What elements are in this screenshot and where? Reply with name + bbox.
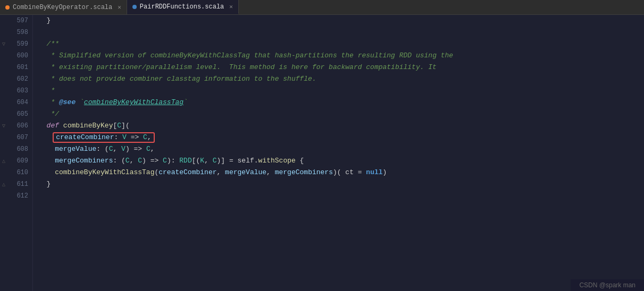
- tab-label-pair: PairRDDFunctions.scala: [140, 3, 224, 11]
- line-number-610: 610: [7, 169, 32, 176]
- code-line-611: }: [38, 178, 644, 190]
- tab-pair-rdd[interactable]: PairRDDFunctions.scala ✕: [127, 0, 239, 14]
- code-line-603: *: [38, 85, 644, 97]
- tab-combine-by-key[interactable]: CombineByKeyOperator.scala ✕: [0, 0, 127, 14]
- line-number-609: 609: [7, 157, 32, 165]
- gutter-row-603: 603: [0, 85, 32, 97]
- line-number-607: 607: [7, 134, 32, 141]
- code-line-605: */: [38, 108, 644, 120]
- gutter-row-598: 598: [0, 27, 32, 38]
- code-line-600: * Simplified version of combineByKeyWith…: [38, 50, 644, 62]
- line-number-606: 606: [7, 122, 32, 130]
- code-line-612: [38, 190, 644, 202]
- code-line-609: mergeCombiners: (C, C) => C): RDD[(K, C)…: [38, 155, 644, 167]
- line-number-603: 603: [7, 87, 32, 95]
- tab-close-combine[interactable]: ✕: [118, 4, 121, 11]
- line-number-599: 599: [7, 40, 32, 48]
- tab-dot-orange: [5, 5, 10, 10]
- line-number-601: 601: [7, 64, 32, 71]
- gutter-row-611: △ 611: [0, 178, 32, 190]
- line-number-598: 598: [7, 29, 32, 36]
- code-line-608: mergeValue: (C, V) => C,: [38, 143, 644, 155]
- line-number-608: 608: [7, 146, 32, 153]
- line-number-602: 602: [7, 75, 32, 83]
- fold-icon-599[interactable]: ▽: [0, 41, 7, 47]
- line-number-611: 611: [7, 181, 32, 188]
- gutter-row-610: 610: [0, 167, 32, 178]
- code-content: } /** * Simplified version of combineByK…: [33, 15, 644, 291]
- code-line-607: createCombiner: V => C,: [38, 132, 644, 143]
- highlight-box-607: createCombiner: V => C,: [53, 132, 154, 143]
- gutter-row-600: 600: [0, 50, 32, 62]
- tab-close-pair[interactable]: ✕: [229, 3, 233, 10]
- line-numbers-gutter: 597 598 ▽ 599 600 601 602 603 604: [0, 15, 33, 291]
- watermark-text: CSDN @spark man: [579, 281, 635, 289]
- editor-area: 597 598 ▽ 599 600 601 602 603 604: [0, 15, 644, 291]
- gutter-row-599: ▽ 599: [0, 38, 32, 50]
- line-number-604: 604: [7, 99, 32, 106]
- code-line-602: * does not provide combiner classtag inf…: [38, 73, 644, 85]
- gutter-row-612: 612: [0, 190, 32, 202]
- code-line-610: combineByKeyWithClassTag(createCombiner,…: [38, 167, 644, 178]
- code-line-599: /**: [38, 38, 644, 50]
- fold-icon-606[interactable]: ▽: [0, 123, 7, 129]
- tab-label-combine: CombineByKeyOperator.scala: [13, 4, 112, 11]
- gutter-row-601: 601: [0, 62, 32, 73]
- line-number-600: 600: [7, 52, 32, 59]
- fold-icon-609[interactable]: △: [0, 158, 7, 164]
- gutter-row-605: 605: [0, 108, 32, 120]
- gutter-row-607: 607: [0, 132, 32, 143]
- tab-dot-blue: [132, 5, 137, 9]
- line-number-612: 612: [7, 192, 32, 200]
- gutter-row-602: 602: [0, 73, 32, 85]
- fold-icon-611[interactable]: △: [0, 181, 7, 187]
- code-line-601: * existing partitioner/parallelism level…: [38, 62, 644, 73]
- tab-bar: CombineByKeyOperator.scala ✕ PairRDDFunc…: [0, 0, 644, 15]
- gutter-row-597: 597: [0, 15, 32, 27]
- code-line-597: }: [38, 15, 644, 27]
- line-number-605: 605: [7, 110, 32, 118]
- gutter-row-604: 604: [0, 97, 32, 108]
- line-number-597: 597: [7, 17, 32, 24]
- code-line-606: def combineByKey[C](: [38, 120, 644, 132]
- gutter-row-609: △ 609: [0, 155, 32, 167]
- watermark: CSDN @spark man: [571, 279, 644, 291]
- code-line-604: * @see `combineByKeyWithClassTag`: [38, 97, 644, 108]
- gutter-row-606: ▽ 606: [0, 120, 32, 132]
- code-line-598: [38, 27, 644, 38]
- gutter-row-608: 608: [0, 143, 32, 155]
